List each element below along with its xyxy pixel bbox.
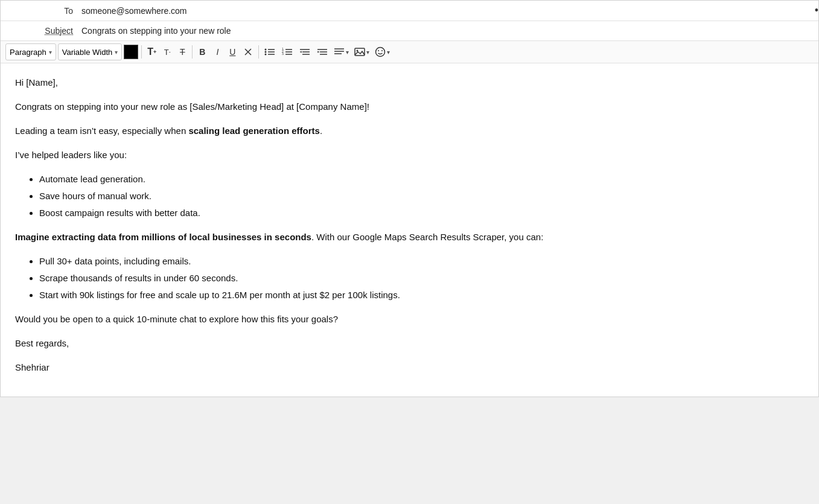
svg-point-4 [265, 54, 267, 56]
increase-font-button[interactable]: T+ [145, 44, 159, 60]
email-body[interactable]: Hi [Name], Congrats on stepping into you… [1, 63, 818, 397]
svg-text:3.: 3. [282, 52, 284, 56]
toolbar: Paragraph ▾ Variable Width ▾ T+ T- T B I… [1, 41, 818, 63]
underline-button[interactable]: U [226, 44, 239, 60]
align-chevron-icon: ▾ [346, 49, 349, 56]
strikethrough-button[interactable]: T [176, 44, 189, 60]
bold-button[interactable]: B [196, 44, 209, 60]
para4-paragraph: Imagine extracting data from millions of… [15, 230, 804, 244]
outdent-button[interactable] [297, 44, 313, 60]
to-dot-indicator: • [815, 4, 818, 17]
subject-label: Subject [1, 26, 79, 36]
svg-point-26 [378, 50, 379, 51]
subject-row: Subject [1, 21, 818, 41]
clear-format-button[interactable] [241, 44, 255, 60]
image-icon [354, 47, 365, 57]
ordered-list-button[interactable]: 1. 2. 3. [279, 44, 295, 60]
align-icon [334, 47, 345, 57]
para5-paragraph: Would you be open to a quick 10-minute c… [15, 312, 804, 327]
para7-paragraph: Shehriar [15, 360, 804, 375]
emoji-chevron-icon: ▾ [387, 49, 390, 56]
italic-button[interactable]: I [211, 44, 224, 60]
list2: Pull 30+ data points, including emails. … [39, 254, 804, 302]
variable-width-label: Variable Width [62, 48, 113, 57]
toolbar-separator-3 [258, 45, 259, 59]
variable-width-dropdown[interactable]: Variable Width ▾ [58, 43, 123, 60]
list1: Automate lead generation. Save hours of … [39, 172, 804, 220]
emoji-icon [375, 46, 386, 57]
emoji-dropdown[interactable]: ▾ [373, 44, 392, 60]
font-color-swatch[interactable] [124, 45, 138, 59]
align-dropdown[interactable]: ▾ [332, 44, 351, 60]
paragraph-dropdown[interactable]: Paragraph ▾ [5, 43, 56, 60]
to-input[interactable] [79, 5, 814, 17]
toolbar-separator-2 [192, 45, 193, 59]
para2-prefix: Leading a team isn’t easy, especially wh… [15, 126, 188, 136]
decrease-font-button[interactable]: T- [161, 44, 174, 60]
svg-point-25 [376, 48, 385, 57]
svg-point-24 [357, 50, 359, 52]
list-item: Save hours of manual work. [39, 189, 804, 203]
svg-point-27 [381, 50, 383, 51]
indent-icon [317, 47, 328, 57]
ordered-list-icon: 1. 2. 3. [282, 47, 293, 57]
unordered-list-button[interactable] [262, 44, 278, 60]
email-composer: To • Subject Paragraph ▾ Variable Width … [0, 0, 819, 397]
para2-bold: scaling lead generation efforts [188, 126, 320, 136]
para3-paragraph: I’ve helped leaders like you: [15, 148, 804, 162]
toolbar-separator-1 [141, 45, 142, 59]
para2-paragraph: Leading a team isn’t easy, especially wh… [15, 124, 804, 138]
image-dropdown[interactable]: ▾ [352, 44, 371, 60]
variable-width-chevron-icon: ▾ [115, 49, 118, 56]
unordered-list-icon [264, 47, 275, 57]
greeting-paragraph: Hi [Name], [15, 75, 804, 90]
clear-format-icon [243, 47, 253, 57]
to-row: To • [1, 1, 818, 21]
svg-rect-23 [355, 48, 365, 56]
list-item: Start with 90k listings for free and sca… [39, 288, 804, 302]
list-item: Automate lead generation. [39, 172, 804, 187]
svg-point-2 [265, 49, 267, 51]
para6-paragraph: Best regards, [15, 336, 804, 351]
list-item: Pull 30+ data points, including emails. [39, 254, 804, 269]
paragraph-chevron-icon: ▾ [49, 49, 52, 56]
subject-input[interactable] [79, 25, 818, 37]
para2-suffix: . [320, 126, 322, 136]
para4-bold: Imagine extracting data from millions of… [15, 232, 311, 242]
para4-suffix: . With our Google Maps Search Results Sc… [311, 232, 543, 242]
para1-paragraph: Congrats on stepping into your new role … [15, 100, 804, 114]
list-item: Boost campaign results with better data. [39, 206, 804, 220]
to-label: To [1, 6, 79, 16]
paragraph-label: Paragraph [10, 48, 46, 57]
outdent-icon [299, 47, 310, 57]
image-chevron-icon: ▾ [366, 49, 369, 56]
svg-point-3 [265, 51, 267, 53]
list-item: Scrape thousands of results in under 60 … [39, 271, 804, 285]
indent-button[interactable] [314, 44, 330, 60]
